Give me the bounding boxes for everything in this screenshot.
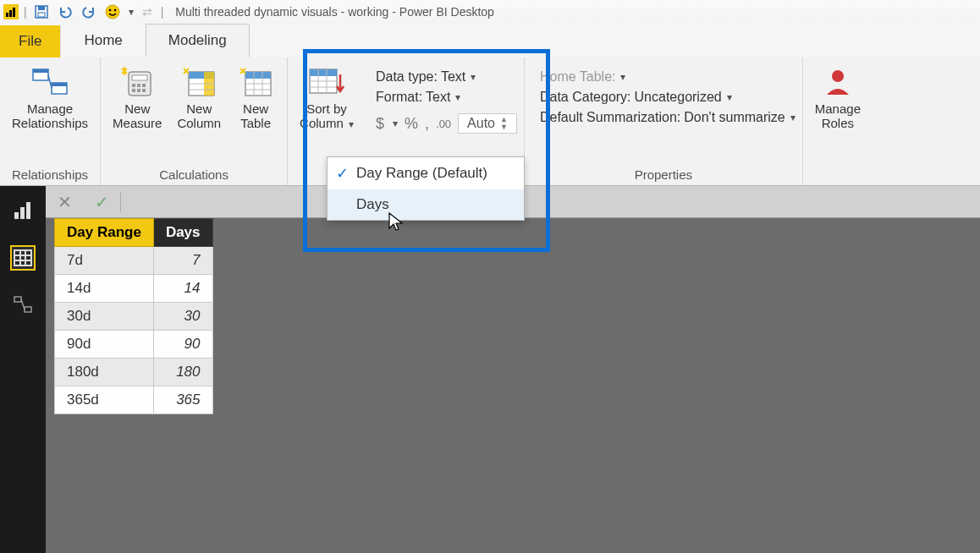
svg-rect-12 (52, 83, 67, 86)
table-row[interactable]: 7d7 (55, 247, 213, 275)
sort-option-label: Days (356, 196, 515, 213)
canvas: ✕ ✓ Day Range Days 7d7 14d14 30d30 90d90… (46, 186, 980, 553)
currency-icon[interactable]: $ (376, 115, 384, 133)
svg-rect-34 (310, 69, 337, 76)
undo-button[interactable] (56, 3, 74, 21)
qat-customize-icon[interactable]: ⇄ (142, 5, 152, 19)
cell-days: 14 (153, 275, 212, 303)
svg-rect-16 (132, 84, 135, 87)
decimal-icon[interactable]: .00 (436, 118, 451, 130)
home-table-label: Home Table: (540, 69, 616, 85)
svg-rect-41 (20, 207, 25, 219)
formula-input[interactable] (121, 186, 980, 217)
column-header-days[interactable]: Days (153, 219, 212, 247)
tab-strip: File Home Modeling (0, 24, 980, 57)
sort-by-column-menu: ✓ Day Range (Default) Days (327, 156, 525, 221)
new-column-button[interactable]: New Column (172, 63, 226, 133)
qat-separator-2: | (161, 5, 164, 19)
group-calculations-label: Calculations (159, 167, 228, 183)
app-icon (3, 4, 19, 19)
spinner-icon[interactable]: ▲▼ (500, 116, 508, 131)
group-security: Manage Roles (803, 57, 873, 185)
group-calculations: New Measure New Column (101, 57, 288, 185)
sort-option-default[interactable]: ✓ Day Range (Default) (328, 157, 524, 189)
save-button[interactable] (32, 3, 51, 21)
svg-rect-17 (137, 84, 140, 87)
chevron-down-icon: ▾ (471, 71, 476, 83)
svg-point-39 (832, 70, 844, 82)
title-bar: | ▾ ⇄ | Multi threaded dynamic visuals -… (0, 0, 980, 24)
summarization-row[interactable]: Default Summarization: Don't summarize ▾ (540, 110, 796, 125)
smiley-icon[interactable] (103, 3, 122, 21)
new-table-button[interactable]: New Table (231, 63, 280, 133)
svg-rect-2 (13, 8, 15, 17)
svg-rect-42 (26, 202, 30, 219)
chevron-down-icon: ▾ (455, 91, 460, 103)
column-header-day-range[interactable]: Day Range (55, 219, 154, 247)
table-row[interactable]: 365d365 (55, 386, 213, 414)
svg-rect-19 (132, 89, 135, 92)
formula-commit-button[interactable]: ✓ (83, 186, 120, 217)
new-table-label: New Table (240, 101, 271, 131)
data-table: Day Range Days 7d7 14d14 30d30 90d90 180… (54, 218, 213, 414)
data-type-value: Text (441, 69, 465, 85)
data-category-value: Uncategorized (635, 90, 722, 105)
table-row[interactable]: 90d90 (55, 331, 213, 359)
percent-icon[interactable]: % (405, 115, 418, 133)
measure-icon (118, 64, 157, 100)
manage-roles-button[interactable]: Manage Roles (810, 63, 866, 133)
qat-separator: | (24, 5, 27, 19)
group-security-spacer (836, 167, 840, 183)
window-title: Multi threaded dynamic visuals - working… (175, 5, 494, 19)
svg-rect-20 (137, 89, 140, 92)
roles-icon (818, 64, 857, 100)
svg-point-6 (106, 5, 119, 19)
home-table-row[interactable]: Home Table: ▾ (540, 69, 796, 85)
svg-rect-28 (245, 72, 271, 79)
table-row[interactable]: 180d180 (55, 359, 213, 386)
cell-range: 14d (55, 275, 154, 303)
svg-rect-49 (25, 307, 31, 312)
svg-rect-40 (14, 212, 19, 219)
auto-label: Auto (467, 116, 495, 131)
redo-button[interactable] (80, 3, 98, 21)
chevron-down-icon: ▾ (393, 118, 398, 129)
svg-rect-4 (38, 6, 45, 10)
data-type-row[interactable]: Data type: Text ▾ (376, 69, 517, 85)
group-properties: Home Table: ▾ Data Category: Uncategoriz… (525, 57, 803, 185)
tab-modeling[interactable]: Modeling (146, 24, 250, 57)
table-row[interactable]: 30d30 (55, 303, 213, 331)
svg-point-7 (108, 9, 111, 12)
svg-rect-18 (142, 84, 146, 87)
table-icon (236, 64, 275, 100)
data-view-button[interactable] (10, 245, 36, 271)
sort-option-label: Day Range (Default) (356, 165, 515, 182)
group-properties-label: Properties (635, 167, 692, 183)
cell-days: 365 (153, 386, 212, 414)
svg-rect-21 (142, 89, 146, 92)
chevron-down-icon: ▾ (349, 118, 354, 130)
svg-line-13 (48, 75, 52, 88)
workspace: ✕ ✓ Day Range Days 7d7 14d14 30d30 90d90… (0, 186, 980, 553)
check-icon: ✓ (336, 164, 356, 183)
tab-home[interactable]: Home (61, 24, 145, 57)
svg-rect-1 (9, 10, 12, 17)
sort-by-column-label: Sort by Column ▾ (300, 101, 354, 131)
sort-option-days[interactable]: Days (328, 189, 524, 220)
data-category-row[interactable]: Data Category: Uncategorized ▾ (540, 90, 796, 105)
chevron-down-icon: ▾ (727, 91, 732, 103)
report-view-button[interactable] (10, 198, 36, 223)
model-view-button[interactable] (10, 293, 36, 318)
qat-dropdown-icon[interactable]: ▾ (129, 6, 134, 18)
manage-relationships-button[interactable]: Manage Relationships (7, 63, 93, 133)
new-measure-button[interactable]: New Measure (107, 63, 167, 133)
svg-line-50 (21, 299, 25, 309)
auto-decimals-input[interactable]: Auto ▲▼ (458, 113, 517, 134)
table-row[interactable]: 14d14 (55, 275, 213, 303)
sort-by-column-button[interactable]: Sort by Column ▾ (295, 63, 359, 133)
comma-icon[interactable]: , (425, 115, 429, 133)
tab-file[interactable]: File (0, 25, 61, 57)
manage-roles-label: Manage Roles (815, 101, 861, 131)
format-row[interactable]: Format: Text ▾ (376, 90, 517, 105)
formula-cancel-button[interactable]: ✕ (46, 186, 83, 217)
